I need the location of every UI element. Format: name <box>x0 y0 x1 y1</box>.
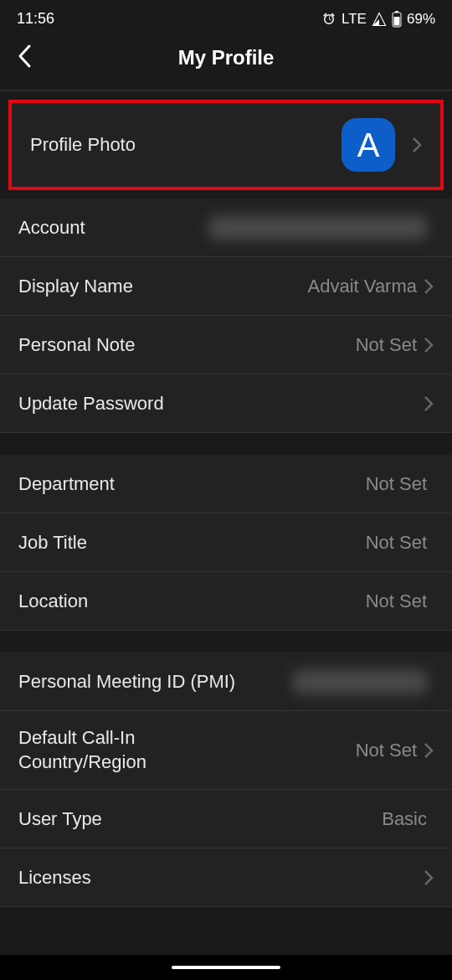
chevron-right-icon <box>424 395 434 412</box>
row-value: Basic <box>382 808 427 830</box>
row-value: Not Set <box>366 532 427 554</box>
row-label: Update Password <box>18 393 424 415</box>
row-update-password[interactable]: Update Password <box>0 374 452 433</box>
chevron-right-icon <box>424 742 434 759</box>
status-indicators: LTE 69% <box>321 11 435 28</box>
row-personal-note[interactable]: Personal Note Not Set <box>0 316 452 374</box>
row-label: Display Name <box>18 276 308 297</box>
svg-rect-1 <box>395 11 398 13</box>
row-label: User Type <box>18 808 382 830</box>
page-header: My Profile <box>0 34 452 90</box>
avatar: A <box>342 118 395 172</box>
row-label: Profile Photo <box>30 134 342 156</box>
row-value: Not Set <box>356 334 417 356</box>
row-account[interactable]: Account <box>0 199 452 257</box>
row-label: Licenses <box>18 867 424 889</box>
section-gap <box>0 631 452 652</box>
chevron-right-icon <box>412 137 422 153</box>
status-time: 11:56 <box>17 10 54 28</box>
divider <box>0 90 452 91</box>
row-label: Department <box>18 473 366 495</box>
signal-icon <box>372 12 387 27</box>
row-label: Location <box>18 591 366 612</box>
row-job-title[interactable]: Job Title Not Set <box>0 513 452 572</box>
row-user-type[interactable]: User Type Basic <box>0 790 452 848</box>
row-value: Not Set <box>356 740 417 761</box>
row-label: Personal Meeting ID (PMI) <box>18 671 293 693</box>
alarm-icon <box>321 12 336 27</box>
row-value-redacted <box>293 670 427 694</box>
chevron-right-icon <box>424 869 434 886</box>
row-profile-photo[interactable]: Profile Photo A <box>8 100 444 190</box>
nav-handle[interactable] <box>172 966 280 969</box>
back-button[interactable] <box>17 44 32 72</box>
battery-icon <box>392 11 402 28</box>
status-bar: 11:56 LTE 69% <box>0 0 452 34</box>
row-display-name[interactable]: Display Name Advait Varma <box>0 257 452 316</box>
row-value: Not Set <box>366 591 427 612</box>
row-label: Personal Note <box>18 334 356 356</box>
row-location[interactable]: Location Not Set <box>0 572 452 631</box>
row-label: Account <box>18 217 209 239</box>
network-type: LTE <box>342 11 367 28</box>
row-pmi[interactable]: Personal Meeting ID (PMI) <box>0 652 452 711</box>
avatar-initial: A <box>357 126 380 164</box>
row-value-redacted <box>209 216 427 240</box>
row-department[interactable]: Department Not Set <box>0 455 452 513</box>
row-value: Advait Varma <box>308 276 417 297</box>
section-gap <box>0 433 452 455</box>
chevron-right-icon <box>424 278 434 295</box>
row-label: Default Call-InCountry/Region <box>18 726 356 774</box>
row-licenses[interactable]: Licenses <box>0 848 452 907</box>
row-call-in-country[interactable]: Default Call-InCountry/Region Not Set <box>0 711 452 790</box>
battery-level: 69% <box>407 11 435 28</box>
chevron-right-icon <box>424 337 434 353</box>
svg-rect-2 <box>393 17 399 26</box>
row-value: Not Set <box>366 473 427 495</box>
row-label: Job Title <box>18 532 366 554</box>
nav-bar <box>0 955 452 980</box>
page-title: My Profile <box>17 46 435 70</box>
